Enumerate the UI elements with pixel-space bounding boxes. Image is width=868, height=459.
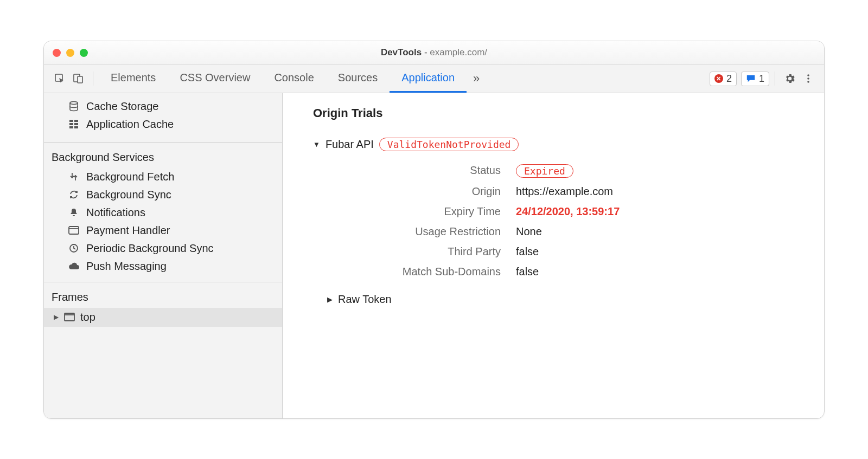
value-origin: https://example.com bbox=[516, 185, 802, 198]
frame-label: top bbox=[80, 311, 95, 324]
close-window-button[interactable] bbox=[53, 49, 61, 57]
database-icon bbox=[68, 101, 80, 112]
label-usage: Usage Restriction bbox=[338, 225, 501, 238]
trial-row[interactable]: ▼ Fubar API ValidTokenNotProvided bbox=[313, 135, 802, 153]
raw-token-row[interactable]: ▶ Raw Token bbox=[327, 291, 802, 308]
errors-badge[interactable]: ✕ 2 bbox=[710, 72, 737, 86]
sidebar-item-label: Background Sync bbox=[86, 189, 171, 201]
label-origin: Origin bbox=[338, 185, 501, 198]
sync-icon bbox=[68, 190, 80, 199]
tab-application[interactable]: Application bbox=[390, 65, 467, 93]
trial-name: Fubar API bbox=[326, 138, 374, 151]
device-toolbar-icon[interactable] bbox=[69, 69, 87, 88]
sidebar-section-background: Background Services bbox=[44, 142, 282, 168]
toolbar-divider-2 bbox=[775, 72, 775, 86]
message-icon bbox=[746, 74, 756, 83]
title-host: example.com/ bbox=[430, 47, 487, 57]
tab-console[interactable]: Console bbox=[262, 65, 326, 93]
card-icon bbox=[68, 226, 80, 235]
svg-rect-15 bbox=[65, 313, 74, 321]
value-expiry: 24/12/2020, 13:59:17 bbox=[516, 205, 802, 218]
svg-rect-8 bbox=[74, 120, 78, 122]
tab-sources[interactable]: Sources bbox=[326, 65, 390, 93]
sidebar-item-label: Payment Handler bbox=[86, 224, 170, 237]
window-title: DevTools - example.com/ bbox=[44, 47, 824, 58]
section-heading: Origin Trials bbox=[313, 106, 802, 120]
svg-rect-13 bbox=[69, 227, 79, 234]
title-app: DevTools bbox=[381, 47, 422, 57]
svg-point-3 bbox=[807, 74, 809, 76]
raw-token-label: Raw Token bbox=[338, 293, 392, 306]
svg-point-4 bbox=[807, 77, 809, 80]
window-controls bbox=[53, 49, 88, 57]
sidebar-item-push-messaging[interactable]: Push Messaging bbox=[44, 257, 282, 275]
svg-point-6 bbox=[70, 102, 78, 105]
grid-icon bbox=[68, 119, 80, 129]
value-status: Expired bbox=[516, 164, 802, 178]
sidebar: Cache Storage Application Cache Backgrou… bbox=[44, 93, 283, 418]
fetch-icon bbox=[68, 172, 80, 182]
panel-body: Cache Storage Application Cache Backgrou… bbox=[44, 93, 824, 418]
cloud-icon bbox=[68, 262, 80, 270]
maximize-window-button[interactable] bbox=[80, 49, 88, 57]
sidebar-item-label: Push Messaging bbox=[86, 260, 167, 273]
sidebar-item-background-fetch[interactable]: Background Fetch bbox=[44, 168, 282, 186]
sidebar-item-background-sync[interactable]: Background Sync bbox=[44, 186, 282, 204]
sidebar-item-label: Background Fetch bbox=[86, 171, 174, 183]
error-icon: ✕ bbox=[714, 74, 723, 83]
value-usage: None bbox=[516, 225, 802, 238]
sidebar-section-frames: Frames bbox=[44, 282, 282, 308]
sidebar-item-cache-storage[interactable]: Cache Storage bbox=[44, 98, 282, 115]
sidebar-item-label: Notifications bbox=[86, 206, 145, 219]
main-panel: Origin Trials ▼ Fubar API ValidTokenNotP… bbox=[283, 93, 824, 418]
sidebar-item-label: Periodic Background Sync bbox=[86, 242, 214, 255]
svg-rect-12 bbox=[74, 126, 78, 128]
clock-icon bbox=[68, 243, 80, 253]
label-status: Status bbox=[338, 164, 501, 178]
label-expiry: Expiry Time bbox=[338, 205, 501, 218]
sidebar-item-label: Cache Storage bbox=[86, 100, 158, 113]
inspect-element-icon[interactable] bbox=[50, 69, 69, 88]
settings-icon[interactable] bbox=[781, 69, 799, 88]
frame-icon bbox=[64, 313, 75, 321]
value-match-subdomains: false bbox=[516, 266, 802, 278]
sidebar-item-frame-top[interactable]: ▶ top bbox=[44, 308, 282, 327]
messages-count: 1 bbox=[759, 73, 764, 85]
messages-badge[interactable]: 1 bbox=[741, 72, 769, 86]
bell-icon bbox=[68, 208, 80, 217]
svg-rect-7 bbox=[69, 120, 73, 122]
sidebar-item-periodic-sync[interactable]: Periodic Background Sync bbox=[44, 240, 282, 257]
tab-css-overview[interactable]: CSS Overview bbox=[168, 65, 262, 93]
label-match-subdomains: Match Sub-Domains bbox=[338, 266, 501, 278]
svg-rect-10 bbox=[74, 123, 78, 125]
minimize-window-button[interactable] bbox=[66, 49, 74, 57]
collapse-icon: ▼ bbox=[313, 140, 320, 148]
sidebar-item-payment-handler[interactable]: Payment Handler bbox=[44, 222, 282, 240]
sidebar-item-label: Application Cache bbox=[86, 118, 174, 131]
more-tabs-icon[interactable]: » bbox=[467, 72, 486, 86]
devtools-window: DevTools - example.com/ Elements CSS Ove… bbox=[43, 41, 825, 419]
sidebar-item-notifications[interactable]: Notifications bbox=[44, 204, 282, 222]
expand-icon: ▶ bbox=[327, 295, 333, 303]
kebab-menu-icon[interactable] bbox=[799, 69, 818, 88]
toolbar-divider bbox=[93, 72, 93, 86]
value-third-party: false bbox=[516, 245, 802, 258]
tabs: Elements CSS Overview Console Sources Ap… bbox=[99, 65, 467, 93]
svg-rect-2 bbox=[78, 76, 82, 83]
toolbar: Elements CSS Overview Console Sources Ap… bbox=[44, 65, 824, 93]
svg-rect-9 bbox=[69, 123, 73, 125]
expand-icon: ▶ bbox=[54, 313, 59, 321]
trial-details: Status Expired Origin https://example.co… bbox=[338, 164, 802, 278]
svg-point-5 bbox=[807, 81, 809, 83]
label-third-party: Third Party bbox=[338, 245, 501, 258]
svg-rect-11 bbox=[69, 126, 73, 128]
errors-count: 2 bbox=[726, 73, 732, 85]
tab-elements[interactable]: Elements bbox=[99, 65, 168, 93]
trial-status-badge: ValidTokenNotProvided bbox=[379, 138, 519, 151]
sidebar-item-application-cache[interactable]: Application Cache bbox=[44, 115, 282, 133]
titlebar: DevTools - example.com/ bbox=[44, 41, 824, 65]
